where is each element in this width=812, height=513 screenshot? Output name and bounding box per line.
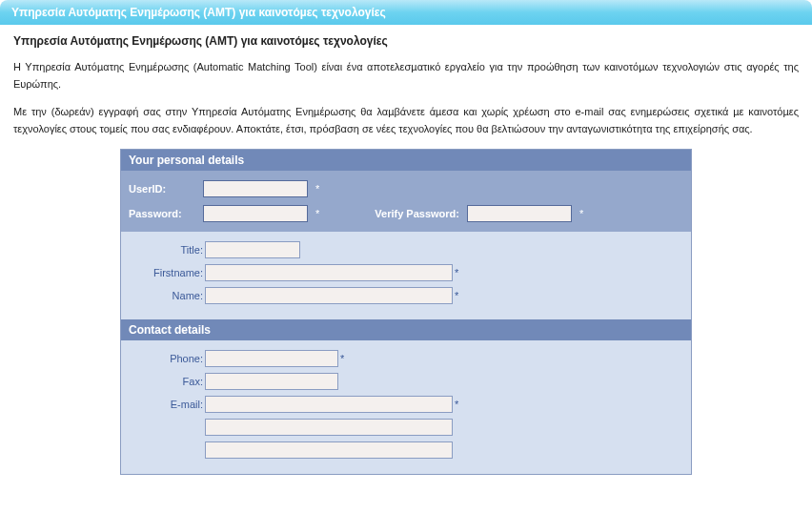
required-marker: * — [455, 267, 458, 278]
userid-row: UserID: * — [129, 180, 683, 197]
title-label: Title: — [129, 244, 203, 256]
firstname-input[interactable] — [205, 264, 453, 281]
personal-fields: Title: Firstname: * Name: * — [121, 232, 691, 319]
name-input[interactable] — [205, 287, 453, 304]
fax-label: Fax: — [129, 376, 203, 387]
firstname-label: Firstname: — [129, 267, 203, 278]
required-marker: * — [315, 183, 319, 195]
name-row: Name: * — [129, 287, 683, 304]
password-label: Password: — [129, 208, 195, 219]
email-extra-row-2 — [129, 441, 683, 459]
password-input[interactable] — [203, 205, 308, 222]
required-marker: * — [579, 208, 583, 219]
email-input[interactable] — [205, 396, 453, 413]
intro-paragraph-1: Η Υπηρεσία Αυτόµατης Ενηµέρωσης (Automat… — [13, 59, 799, 92]
email-label: E-mail: — [129, 399, 203, 410]
name-label: Name: — [129, 290, 203, 301]
fax-input[interactable] — [205, 373, 338, 390]
fax-row: Fax: — [129, 373, 683, 390]
firstname-row: Firstname: * — [129, 264, 683, 281]
phone-row: Phone: * — [129, 350, 683, 367]
email-extra-input-2[interactable] — [205, 441, 453, 459]
page-header: Υπηρεσία Αυτόµατης Ενηµέρωσης (AMT) για … — [0, 0, 812, 25]
phone-label: Phone: — [129, 353, 203, 364]
email-row: E-mail: * — [129, 396, 683, 413]
credentials-block: UserID: * Password: * Verify Password: * — [121, 171, 691, 232]
content-area: Υπηρεσία Αυτόµατης Ενηµέρωσης (AMT) για … — [0, 25, 812, 484]
title-row: Title: — [129, 241, 683, 258]
phone-input[interactable] — [205, 350, 338, 367]
page-header-title: Υπηρεσία Αυτόµατης Ενηµέρωσης (AMT) για … — [11, 6, 386, 19]
email-extra-input-1[interactable] — [205, 419, 453, 436]
verify-password-label: Verify Password: — [375, 208, 459, 219]
password-row: Password: * Verify Password: * — [129, 205, 683, 222]
personal-details-header: Your personal details — [121, 150, 691, 171]
verify-password-input[interactable] — [467, 205, 572, 222]
contact-details-header: Contact details — [121, 319, 691, 340]
userid-input[interactable] — [203, 180, 308, 197]
required-marker: * — [455, 290, 458, 301]
content-title: Υπηρεσία Αυτόµατης Ενηµέρωσης (AMT) για … — [13, 34, 799, 48]
registration-form: Your personal details UserID: * Password… — [120, 149, 692, 475]
contact-fields: Phone: * Fax: E-mail: * — [121, 340, 691, 474]
email-extra-row-1 — [129, 419, 683, 436]
title-input[interactable] — [205, 241, 300, 258]
required-marker: * — [340, 353, 344, 364]
required-marker: * — [455, 399, 458, 410]
userid-label: UserID: — [129, 183, 195, 195]
required-marker: * — [315, 208, 319, 219]
intro-paragraph-2: Με την (δωρεάν) εγγραφή σας στην Υπηρεσί… — [13, 104, 799, 137]
